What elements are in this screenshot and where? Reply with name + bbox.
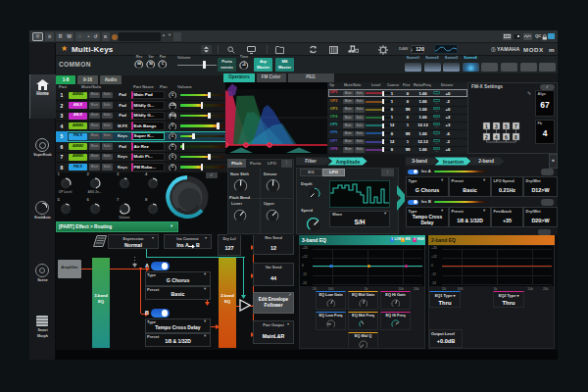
- svg-text:4: 4: [495, 134, 498, 140]
- svg-text:7: 7: [514, 123, 517, 129]
- svg-text:6: 6: [505, 134, 508, 140]
- svg-text:3: 3: [495, 123, 498, 129]
- svg-text:5: 5: [505, 123, 508, 129]
- svg-text:3-band: 3-band: [412, 159, 427, 164]
- svg-text:2: 2: [485, 134, 488, 140]
- svg-text:Filter: Filter: [305, 159, 317, 164]
- svg-text:Amplitude: Amplitude: [336, 158, 361, 164]
- svg-text:2-band: 2-band: [478, 159, 494, 164]
- svg-text:8: 8: [514, 134, 517, 140]
- svg-text:Insertion: Insertion: [443, 158, 464, 164]
- svg-text:1: 1: [485, 123, 488, 129]
